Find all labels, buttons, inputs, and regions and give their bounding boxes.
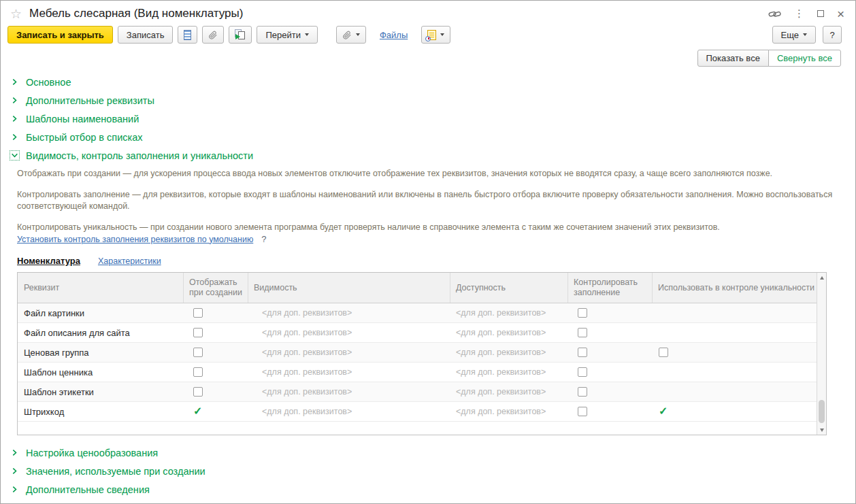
- checkbox[interactable]: [578, 348, 587, 357]
- more-commands-icon[interactable]: ⋮: [794, 7, 804, 20]
- files-link[interactable]: Файлы: [380, 30, 408, 40]
- section-header[interactable]: Быстрый отбор в списках: [1, 128, 855, 146]
- copy-icon: [235, 29, 246, 40]
- attach-file-dropdown-button[interactable]: [336, 26, 366, 44]
- column-header[interactable]: Использовать в контроле уникальности: [653, 273, 817, 303]
- display-on-create-cell[interactable]: [184, 343, 248, 362]
- help-button[interactable]: ?: [823, 26, 842, 44]
- section-label: Шаблоны наименований: [26, 114, 139, 124]
- uniqueness-cell[interactable]: [653, 363, 817, 382]
- column-header[interactable]: Доступность: [450, 273, 568, 303]
- control-fill-cell[interactable]: [568, 303, 653, 322]
- control-fill-cell[interactable]: [568, 402, 653, 421]
- column-header[interactable]: Реквизит: [18, 273, 184, 303]
- placeholder-text: <для доп. реквизитов>: [456, 308, 546, 318]
- save-and-close-button[interactable]: Записать и закрыть: [7, 26, 113, 44]
- section-header[interactable]: Значения, используемые при создании: [1, 462, 855, 480]
- report-structure-button[interactable]: [178, 26, 197, 44]
- close-icon[interactable]: ×: [837, 7, 844, 20]
- table-row[interactable]: Файл описания для сайта<для доп. реквизи…: [18, 323, 817, 343]
- column-header[interactable]: Видимость: [248, 273, 450, 303]
- chevron-right-icon: [10, 448, 20, 458]
- help-question-icon[interactable]: ?: [261, 234, 266, 244]
- collapse-all-button[interactable]: Свернуть все: [768, 50, 841, 67]
- check-mark-icon[interactable]: ✓: [659, 406, 668, 417]
- hint-display-on-create: Отображать при создании — для ускорения …: [17, 168, 842, 180]
- copy-create-button[interactable]: [229, 26, 252, 44]
- save-button[interactable]: Записать: [118, 26, 174, 44]
- placeholder-text: <для доп. реквизитов>: [456, 348, 546, 357]
- section-header[interactable]: Шаблоны наименований: [1, 110, 855, 128]
- tab-characteristics[interactable]: Характеристики: [98, 256, 161, 266]
- checkbox[interactable]: [659, 348, 668, 357]
- table-row[interactable]: Шаблон ценника<для доп. реквизитов><для …: [18, 363, 817, 382]
- list-icon: [184, 30, 191, 40]
- chevron-right-icon: [10, 95, 20, 105]
- section-header[interactable]: Дополнительные реквизиты: [1, 91, 855, 110]
- checkbox[interactable]: [193, 328, 203, 337]
- display-on-create-cell[interactable]: ✓: [184, 402, 248, 421]
- display-on-create-cell[interactable]: [184, 382, 248, 401]
- section-header-visibility[interactable]: Видимость, контроль заполнения и уникаль…: [1, 146, 855, 165]
- table-scrollbar[interactable]: [817, 273, 826, 435]
- table-row[interactable]: Файл картинки<для доп. реквизитов><для д…: [18, 303, 817, 323]
- get-link-icon[interactable]: [768, 10, 781, 18]
- maximize-icon[interactable]: [817, 10, 824, 17]
- check-mark-icon[interactable]: ✓: [193, 406, 202, 417]
- checkbox[interactable]: [193, 367, 203, 377]
- chevron-right-icon: [10, 466, 20, 476]
- checkbox[interactable]: [578, 387, 587, 397]
- display-on-create-cell[interactable]: [184, 303, 248, 322]
- more-button[interactable]: Еще: [772, 26, 816, 44]
- placeholder-text: <для доп. реквизитов>: [262, 387, 352, 397]
- section-header[interactable]: Настройка ценообразования: [1, 443, 855, 462]
- bottom-sections: Настройка ценообразованияЗначения, испол…: [1, 443, 855, 499]
- hint-control-uniqueness: Контролировать уникальность — при создан…: [17, 222, 842, 233]
- placeholder-text: <для доп. реквизитов>: [456, 407, 546, 416]
- section-header[interactable]: Дополнительные сведения: [1, 480, 855, 499]
- control-fill-cell[interactable]: [568, 363, 653, 382]
- uniqueness-cell[interactable]: [653, 303, 817, 322]
- chevron-down-icon: [305, 33, 309, 36]
- checkbox[interactable]: [193, 308, 203, 318]
- scrollbar-thumb[interactable]: [819, 400, 825, 423]
- checkbox[interactable]: [578, 328, 587, 337]
- section-label: Значения, используемые при создании: [26, 466, 205, 477]
- column-header[interactable]: Отображать при создании: [184, 273, 248, 303]
- document-history-dropdown-button[interactable]: [421, 26, 450, 44]
- uniqueness-cell[interactable]: [653, 343, 817, 362]
- display-on-create-cell[interactable]: [184, 323, 248, 342]
- control-fill-cell[interactable]: [568, 323, 653, 342]
- checkbox[interactable]: [193, 387, 203, 397]
- checkbox[interactable]: [578, 367, 587, 377]
- chevron-right-icon: [10, 77, 20, 87]
- chevron-right-icon: [10, 484, 20, 494]
- show-all-button[interactable]: Показать все: [697, 50, 769, 67]
- visibility-cell: <для доп. реквизитов>: [248, 402, 450, 421]
- uniqueness-cell[interactable]: ✓: [653, 402, 817, 421]
- attachments-button[interactable]: [202, 26, 224, 44]
- checkbox[interactable]: [193, 348, 203, 357]
- scroll-up-icon[interactable]: [817, 273, 826, 282]
- checkbox[interactable]: [578, 407, 587, 416]
- section-header[interactable]: Основное: [1, 73, 855, 91]
- uniqueness-cell[interactable]: [653, 382, 817, 401]
- table-row[interactable]: Ценовая группа<для доп. реквизитов><для …: [18, 343, 817, 363]
- tab-nomenclature[interactable]: Номенклатура: [17, 256, 80, 266]
- display-on-create-cell[interactable]: [184, 363, 248, 382]
- section-label: Настройка ценообразования: [26, 448, 158, 458]
- control-fill-cell[interactable]: [568, 382, 653, 401]
- attribute-name: Ценовая группа: [18, 343, 184, 362]
- table-row[interactable]: Штрихкод✓<для доп. реквизитов><для доп. …: [18, 402, 817, 422]
- scroll-down-icon[interactable]: [817, 425, 826, 435]
- checkbox[interactable]: [578, 308, 587, 318]
- goto-dropdown-button[interactable]: Перейти: [257, 26, 318, 44]
- table-row[interactable]: Шаблон этикетки<для доп. реквизитов><для…: [18, 382, 817, 402]
- control-fill-cell[interactable]: [568, 343, 653, 362]
- column-header[interactable]: Контролировать заполнение: [568, 273, 653, 303]
- titlebar: ☆ Мебель слесарная (Вид номенклатуры) ⋮ …: [1, 1, 855, 23]
- chevron-down-icon: [10, 150, 20, 161]
- favorite-star-icon[interactable]: ☆: [10, 7, 22, 20]
- set-default-control-link[interactable]: Установить контроль заполнения реквизито…: [17, 235, 253, 244]
- uniqueness-cell[interactable]: [653, 323, 817, 342]
